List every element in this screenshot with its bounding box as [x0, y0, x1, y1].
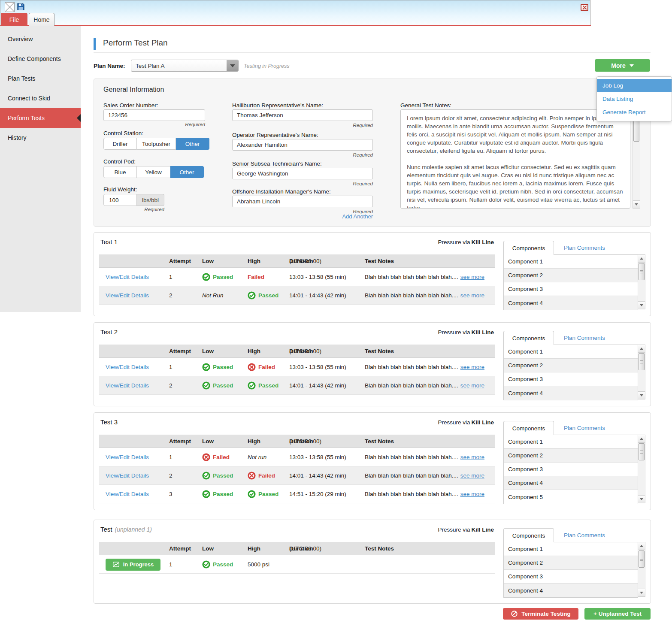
components-scrollbar[interactable]: [638, 435, 645, 503]
column-attempt: Attempt: [169, 435, 191, 448]
tab-plan-comments[interactable]: Plan Comments: [554, 421, 615, 435]
view-edit-details-link[interactable]: View/Edit Details: [106, 454, 149, 460]
tab-components[interactable]: Components: [503, 528, 554, 542]
view-edit-details-link[interactable]: View/Edit Details: [106, 491, 149, 497]
see-more-link[interactable]: see more: [460, 364, 484, 370]
tab-plan-comments[interactable]: Plan Comments: [554, 331, 615, 345]
sidebar-item[interactable]: Define Components: [0, 49, 81, 69]
notes-scrollbar[interactable]: [633, 109, 640, 209]
close-button[interactable]: [581, 4, 588, 11]
component-list-item[interactable]: Component 1: [504, 345, 638, 359]
pressure-via-label: Pressure viaKill Line: [438, 419, 494, 426]
sidebar-item[interactable]: History: [0, 128, 81, 148]
pressure-value: Kill Line: [471, 526, 494, 533]
scroll-up-button[interactable]: [638, 435, 645, 443]
see-more-link[interactable]: see more: [460, 491, 484, 497]
component-list-item[interactable]: Component 3: [504, 463, 638, 476]
sidebar-item[interactable]: Overview: [0, 29, 81, 49]
view-edit-details-link[interactable]: View/Edit Details: [106, 274, 149, 280]
scroll-down-button[interactable]: [638, 495, 645, 503]
toggle-option-button[interactable]: Blue: [103, 166, 137, 178]
toggle-option-button[interactable]: Driller: [103, 138, 137, 150]
tab-home[interactable]: Home: [29, 13, 54, 26]
see-more-link[interactable]: see more: [460, 472, 484, 479]
more-menu-item[interactable]: Job Log: [597, 79, 672, 92]
component-list-item[interactable]: Component 1: [504, 435, 638, 449]
component-list-item[interactable]: Component 4: [504, 296, 638, 310]
scroll-up-button[interactable]: [638, 254, 645, 263]
tab-plan-comments[interactable]: Plan Comments: [554, 528, 615, 542]
sales-order-input[interactable]: 123456: [103, 109, 205, 121]
view-edit-details-link[interactable]: View/Edit Details: [106, 364, 149, 370]
text-input[interactable]: Thomas Jefferson: [232, 109, 373, 121]
scroll-down-button[interactable]: [638, 391, 645, 399]
scrollbar-thumb[interactable]: [639, 263, 645, 280]
see-more-link[interactable]: see more: [460, 382, 484, 389]
text-input[interactable]: Alexander Hamilton: [232, 139, 373, 151]
component-list-item[interactable]: Component 3: [504, 282, 638, 296]
toggle-option-button[interactable]: Other: [170, 166, 204, 178]
text-input[interactable]: Abraham Lincoln: [232, 196, 373, 207]
toggle-option-button[interactable]: Yellow: [137, 166, 170, 178]
sidebar-item[interactable]: Plan Tests: [0, 69, 81, 88]
scroll-down-button[interactable]: [633, 200, 640, 209]
more-menu-item[interactable]: Generate Report: [597, 106, 672, 119]
unplanned-test-button[interactable]: + Unplanned Test: [584, 608, 651, 620]
view-edit-details-link[interactable]: View/Edit Details: [106, 472, 149, 479]
scrollbar-thumb[interactable]: [639, 443, 645, 460]
component-list-item[interactable]: Component 5: [504, 490, 638, 504]
terminate-testing-button[interactable]: Terminate Testing: [503, 608, 578, 620]
save-icon[interactable]: [17, 3, 25, 11]
scroll-down-button[interactable]: [638, 589, 645, 597]
tab-plan-comments[interactable]: Plan Comments: [554, 241, 615, 254]
add-another-link[interactable]: Add Another: [232, 213, 373, 220]
sidebar-item[interactable]: Connect to Skid: [0, 88, 81, 108]
component-list-item[interactable]: Component 2: [504, 449, 638, 463]
see-more-link[interactable]: see more: [460, 274, 484, 280]
low-status-cell: Not Run: [202, 286, 224, 305]
more-dropdown-menu: Job LogData ListingGenerate Report: [596, 76, 672, 121]
plan-name-select[interactable]: Test Plan A: [131, 60, 239, 72]
scrollbar-thumb[interactable]: [639, 550, 645, 568]
field-label: Operator Representative's Name:: [232, 132, 318, 138]
scrollbar-thumb[interactable]: [639, 353, 645, 370]
scroll-up-button[interactable]: [638, 345, 645, 353]
notes-text: Blah blah blah blah blah blah blah....: [365, 274, 458, 280]
tab-components[interactable]: Components: [503, 241, 554, 255]
view-edit-details-link[interactable]: View/Edit Details: [106, 382, 149, 389]
component-list-item[interactable]: Component 1: [504, 542, 638, 556]
text-input[interactable]: George Washington: [232, 168, 373, 179]
fluid-weight-input[interactable]: 100: [103, 194, 137, 206]
component-list-item[interactable]: Component 4: [504, 584, 638, 597]
scroll-down-button[interactable]: [638, 301, 645, 309]
more-button[interactable]: More: [595, 59, 650, 72]
component-list-item[interactable]: Component 2: [504, 359, 638, 372]
tab-components[interactable]: Components: [503, 421, 554, 435]
tab-components[interactable]: Components: [503, 331, 554, 345]
component-list-item[interactable]: Component 2: [504, 269, 638, 282]
fluid-weight-field: 100 lbs/bbl: [103, 194, 164, 206]
toggle-option-button[interactable]: Other: [176, 138, 209, 150]
component-list-item[interactable]: Component 2: [504, 556, 638, 570]
components-scrollbar[interactable]: [638, 254, 645, 309]
sidebar-item[interactable]: Perform Tests: [0, 108, 81, 128]
components-scrollbar[interactable]: [638, 542, 645, 597]
see-more-link[interactable]: see more: [460, 292, 484, 299]
components-scrollbar[interactable]: [638, 345, 645, 399]
component-list-item[interactable]: Component 3: [504, 570, 638, 584]
tab-file[interactable]: File: [1, 13, 27, 26]
more-menu-item[interactable]: Data Listing: [597, 92, 672, 106]
view-edit-details-link[interactable]: View/Edit Details: [106, 292, 149, 299]
component-list-item[interactable]: Component 3: [504, 372, 638, 386]
scrollbar-thumb[interactable]: [633, 118, 639, 142]
component-list-item[interactable]: Component 1: [504, 255, 638, 269]
column-duration: Duration (UTC-06:00): [289, 542, 321, 555]
component-list-item[interactable]: Component 4: [504, 476, 638, 490]
chevron-down-icon[interactable]: [227, 60, 238, 71]
in-progress-button[interactable]: In Progress: [106, 559, 160, 571]
scroll-up-button[interactable]: [638, 542, 645, 550]
component-list-item[interactable]: Component 4: [504, 386, 638, 400]
toggle-option-button[interactable]: Toolpusher: [137, 138, 176, 150]
see-more-link[interactable]: see more: [460, 454, 484, 460]
general-test-notes-textarea[interactable]: Lorem ipsum dolor sit amet, consectetur …: [400, 109, 630, 209]
